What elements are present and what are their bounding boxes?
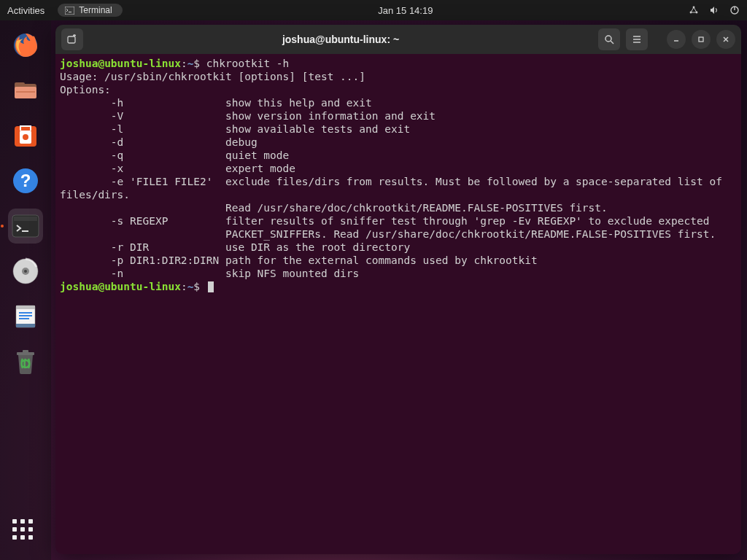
prompt2-host: ubuntu-linux bbox=[104, 281, 181, 292]
out-line-9: files/dirs. bbox=[60, 189, 130, 201]
prompt2-colon: : bbox=[181, 281, 187, 292]
system-tray[interactable] bbox=[689, 5, 740, 15]
dock-disc[interactable] bbox=[8, 254, 43, 289]
svg-rect-33 bbox=[68, 36, 75, 43]
terminal-output[interactable]: joshua@ubuntu-linux:~$ chkrootkit -h Usa… bbox=[55, 54, 741, 554]
out-line-8: -e 'FILE1 FILE2' exclude files/dirs from… bbox=[60, 176, 722, 187]
dock-software[interactable] bbox=[8, 118, 43, 153]
out-line-11: -s REGEXP filter results of sniffer test… bbox=[60, 215, 709, 227]
dock-files[interactable] bbox=[8, 73, 43, 108]
svg-rect-11 bbox=[16, 91, 35, 93]
minimize-button[interactable] bbox=[667, 30, 686, 49]
command-1: chkrootkit -h bbox=[200, 58, 289, 69]
maximize-button[interactable] bbox=[692, 30, 711, 49]
svg-rect-25 bbox=[16, 306, 35, 309]
out-line-15: -n skip NFS mounted dirs bbox=[60, 268, 359, 279]
terminal-icon bbox=[65, 7, 74, 15]
dock-trash[interactable] bbox=[8, 344, 43, 379]
out-line-13: -r DIR use DIR as the root directory bbox=[60, 241, 410, 253]
svg-rect-18 bbox=[14, 217, 37, 221]
out-line-2: -h show this help and exit bbox=[60, 97, 372, 109]
out-line-1: Options: bbox=[60, 84, 111, 96]
prompt2-at: @ bbox=[98, 281, 104, 292]
out-line-6: -q quiet mode bbox=[60, 149, 289, 161]
power-icon bbox=[729, 5, 740, 15]
svg-rect-29 bbox=[16, 324, 35, 327]
prompt2-dollar: $ bbox=[193, 281, 200, 292]
svg-rect-0 bbox=[65, 7, 74, 15]
close-button[interactable] bbox=[716, 30, 735, 49]
active-app-label: Terminal bbox=[79, 5, 112, 15]
prompt2-user: joshua bbox=[60, 281, 98, 292]
dock-text-editor[interactable] bbox=[8, 299, 43, 334]
svg-point-36 bbox=[605, 36, 611, 42]
dock-firefox[interactable] bbox=[8, 28, 43, 63]
prompt-at: @ bbox=[98, 58, 104, 69]
dock: ? bbox=[0, 20, 51, 560]
prompt-dollar: $ bbox=[193, 58, 200, 69]
search-button[interactable] bbox=[598, 28, 620, 50]
desktop: ? joshua@ubuntu-linux: ~ bbox=[0, 20, 747, 560]
menu-button[interactable] bbox=[626, 28, 648, 50]
terminal-window: joshua@ubuntu-linux: ~ bbox=[55, 25, 741, 554]
out-line-0: Usage: /usr/sbin/chkrootkit [options] [t… bbox=[60, 71, 365, 82]
prompt-host: ubuntu-linux bbox=[104, 58, 181, 69]
titlebar[interactable]: joshua@ubuntu-linux: ~ bbox=[55, 25, 741, 54]
top-panel: Activities Terminal Jan 15 14:19 bbox=[0, 0, 747, 20]
out-line-5: -d debug bbox=[60, 136, 258, 148]
dock-help[interactable]: ? bbox=[8, 163, 43, 198]
out-line-14: -p DIR1:DIR2:DIRN path for the external … bbox=[60, 254, 538, 266]
show-applications-button[interactable] bbox=[12, 519, 39, 545]
out-line-12: PACKET_SNIFFERs. Read /usr/share/doc/chk… bbox=[60, 228, 716, 240]
cursor bbox=[208, 281, 214, 292]
volume-icon bbox=[709, 5, 719, 15]
out-line-10: Read /usr/share/doc/chkrootkit/README.FA… bbox=[60, 202, 608, 214]
prompt-colon: : bbox=[181, 58, 187, 69]
active-app-indicator[interactable]: Terminal bbox=[58, 4, 122, 17]
svg-point-23 bbox=[24, 270, 27, 273]
prompt-user: joshua bbox=[60, 58, 98, 69]
svg-line-37 bbox=[611, 41, 614, 44]
svg-text:?: ? bbox=[20, 171, 31, 190]
dock-terminal[interactable] bbox=[8, 209, 43, 244]
activities-button[interactable]: Activities bbox=[7, 5, 44, 16]
window-title: joshua@ubuntu-linux: ~ bbox=[88, 34, 594, 45]
network-icon bbox=[689, 5, 699, 15]
out-line-7: -x expert mode bbox=[60, 163, 295, 174]
svg-rect-42 bbox=[699, 37, 703, 42]
svg-rect-31 bbox=[23, 350, 28, 353]
clock[interactable]: Jan 15 14:19 bbox=[378, 5, 433, 16]
svg-rect-9 bbox=[15, 82, 25, 87]
out-line-3: -V show version information and exit bbox=[60, 110, 436, 122]
new-tab-button[interactable] bbox=[61, 28, 83, 50]
out-line-4: -l show available tests and exit bbox=[60, 123, 410, 135]
svg-point-14 bbox=[23, 134, 28, 140]
